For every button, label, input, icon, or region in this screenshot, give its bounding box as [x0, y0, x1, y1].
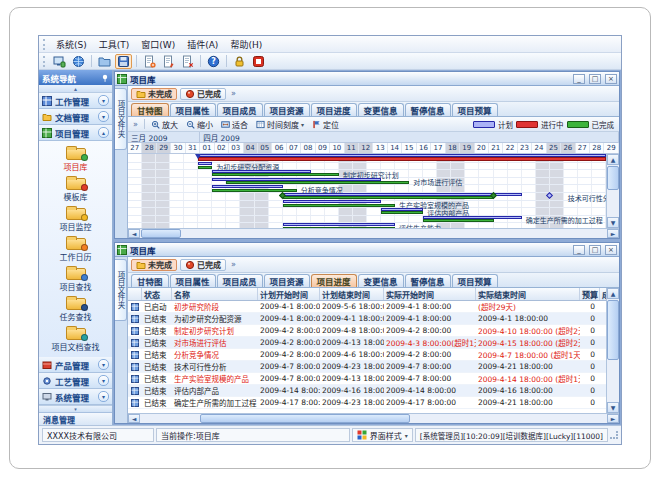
sidebar-overflow-strip[interactable]: ▾ [39, 405, 112, 412]
table-row-6[interactable]: 已结束生产实验室规模的产品2009-4-7 8:00:002009-4-13 1… [128, 373, 606, 385]
tab-table-6[interactable]: 暂停信息 [405, 274, 451, 287]
sidebar-group-top-1[interactable]: 文档管理▾ [39, 109, 112, 125]
gantt-vertical-scrollbar[interactable]: ▲ ▼ [606, 154, 619, 228]
sidebar-item-2[interactable]: 项目监控 [39, 204, 112, 234]
gantt-horizontal-scrollbar[interactable]: ◄ ► [128, 228, 619, 238]
gantt-progress-bar[interactable] [212, 189, 296, 192]
expand-button[interactable]: ▾ [98, 391, 109, 402]
client-monitor-icon[interactable] [51, 54, 68, 69]
sidebar-item-4[interactable]: 项目查找 [39, 264, 112, 294]
gantt-progress-bar[interactable] [381, 211, 423, 214]
scroll-track[interactable] [607, 299, 619, 402]
save-icon[interactable] [115, 54, 132, 69]
expand-button[interactable]: ▾ [98, 375, 109, 386]
expand-button[interactable]: ▾ [98, 95, 109, 106]
gantt-progress-bar[interactable] [283, 227, 395, 229]
scroll-right-icon[interactable]: ► [607, 414, 619, 423]
scroll-left-icon[interactable]: ◄ [128, 414, 140, 423]
toolbar-grip[interactable] [43, 56, 46, 67]
gantt-progress-bar[interactable] [283, 204, 395, 207]
table-horizontal-scrollbar[interactable]: ◄ ► [128, 413, 619, 423]
menu-item-2[interactable]: 窗口(W) [135, 37, 181, 52]
sidebar-item-0[interactable]: 项目库 [39, 144, 112, 174]
sidebar-item-1[interactable]: 模板库 [39, 174, 112, 204]
window-titlebar[interactable]: 项目库 _ □ × [115, 72, 619, 86]
table-header-cell-2[interactable]: 计划开始时间 [258, 288, 320, 300]
table-header-cell-1[interactable]: 名称 [172, 288, 258, 300]
tab-table-0[interactable]: 甘特图 [131, 274, 169, 287]
help-icon[interactable]: ? [205, 54, 222, 69]
tab-gantt-5[interactable]: 变更信息 [358, 103, 404, 116]
filter-button-1[interactable]: 已完成 [180, 259, 226, 271]
table-row-4[interactable]: 已结束分析竞争情况2009-4-2 8:00:002009-4-6 18:00:… [128, 349, 606, 361]
scroll-left-icon[interactable]: ◄ [128, 229, 140, 238]
tab-table-1[interactable]: 项目属性 [170, 274, 216, 287]
scroll-track[interactable] [140, 229, 607, 238]
sidebar-group-bottom-1[interactable]: 工艺管理▾ [39, 373, 112, 389]
table-header-cell-3[interactable]: 计划结束时间 [320, 288, 384, 300]
table-row-3[interactable]: 已结束对市场进行评估2009-4-2 8:00:002009-4-13 18:0… [128, 337, 606, 349]
expand-button[interactable]: ▾ [98, 359, 109, 370]
table-header-cell-5[interactable]: 实际结束时间 [476, 288, 580, 300]
window-titlebar[interactable]: 项目库 _ □ × [115, 243, 619, 257]
menu-item-3[interactable]: 插件(A) [181, 37, 224, 52]
globe-icon[interactable] [70, 54, 87, 69]
scroll-thumb[interactable] [200, 414, 410, 423]
expand-button[interactable]: ▾ [98, 111, 109, 122]
sidebar-group-top-2[interactable]: 项目管理▴ [39, 125, 112, 141]
sidebar-item-3[interactable]: 工作日历 [39, 234, 112, 264]
tool-button-4[interactable]: 定位 [310, 119, 341, 130]
doc-add-icon[interactable] [141, 54, 158, 69]
menu-item-0[interactable]: 系统(S) [50, 37, 93, 52]
minimize-button[interactable]: _ [573, 245, 585, 255]
interface-style-button[interactable]: 界面样式 ▾ [352, 428, 413, 442]
close-button[interactable]: × [605, 74, 617, 84]
tool-button-2[interactable]: 适合 [219, 119, 250, 130]
tab-gantt-3[interactable]: 项目资源 [264, 103, 310, 116]
sidebar-group-bottom-0[interactable]: 产品管理▾ [39, 357, 112, 373]
minimize-button[interactable]: _ [573, 74, 585, 84]
lock-icon[interactable] [231, 54, 248, 69]
maximize-button[interactable]: □ [589, 74, 601, 84]
table-row-5[interactable]: 已结束技术可行性分析2009-4-7 8:00:002009-4-23 18:0… [128, 361, 606, 373]
scroll-thumb[interactable] [607, 300, 619, 360]
menu-item-1[interactable]: 工具(T) [93, 37, 136, 52]
tab-gantt-4[interactable]: 项目进度 [311, 103, 357, 116]
table-row-0[interactable]: 已启动初步研究阶段2009-4-1 8:00:002009-5-6 18:00:… [128, 301, 606, 313]
table-vertical-scrollbar[interactable]: ▲ ▼ [606, 288, 619, 413]
scroll-down-icon[interactable]: ▼ [607, 217, 619, 228]
scroll-right-icon[interactable]: ► [607, 229, 619, 238]
gantt-progress-bar[interactable] [198, 157, 606, 161]
scroll-up-icon[interactable]: ▲ [607, 288, 619, 299]
table-header-cell-4[interactable]: 实际开始时间 [384, 288, 476, 300]
filter-button-1[interactable]: 已完成 [180, 88, 226, 100]
close-button[interactable]: × [605, 245, 617, 255]
table-header-cell-6[interactable]: 预算 [580, 288, 600, 300]
doc-edit-icon[interactable] [160, 54, 177, 69]
filter-button-0[interactable]: 未完成 [131, 259, 177, 271]
scroll-up-icon[interactable]: ▲ [607, 154, 619, 165]
gantt-progress-bar[interactable] [198, 166, 212, 169]
sidebar-item-5[interactable]: 任务查找 [39, 294, 112, 324]
tab-table-4[interactable]: 项目进度 [311, 274, 357, 287]
tab-gantt-7[interactable]: 项目预算 [452, 103, 498, 116]
open-folder-icon[interactable] [96, 54, 113, 69]
pushpin-icon[interactable] [101, 74, 109, 82]
table-row-8[interactable]: 已结束确定生产所需的加工过程2009-4-17 8:00:002009-4-23… [128, 397, 606, 409]
scroll-down-icon[interactable]: ▼ [607, 402, 619, 413]
tool-button-1[interactable]: 缩小 [184, 119, 215, 130]
tool-button-0[interactable]: 放大 [149, 119, 180, 130]
tab-table-3[interactable]: 项目资源 [264, 274, 310, 287]
sidebar-group-bottom-2[interactable]: 系统管理▾ [39, 389, 112, 405]
sidebar-collapse-strip[interactable]: ▴ [39, 85, 112, 93]
sidebar-group-top-0[interactable]: 工作管理▾ [39, 93, 112, 109]
table-row-1[interactable]: 已结束为初步研究分配资源2009-4-1 8:00:002009-4-1 18:… [128, 313, 606, 325]
folder-panel-tab[interactable]: 项目文件夹 [115, 259, 127, 321]
tab-table-5[interactable]: 变更信息 [358, 274, 404, 287]
resize-grip[interactable] [610, 431, 618, 439]
toolbar-grip[interactable] [43, 39, 46, 50]
table-row-7[interactable]: 已结束评估内部产品2009-4-14 8:00:002009-4-16 18:0… [128, 385, 606, 397]
scroll-thumb[interactable] [607, 166, 619, 190]
tool-button-3[interactable]: 时间刻度▾ [254, 119, 306, 130]
scroll-track[interactable] [607, 165, 619, 217]
